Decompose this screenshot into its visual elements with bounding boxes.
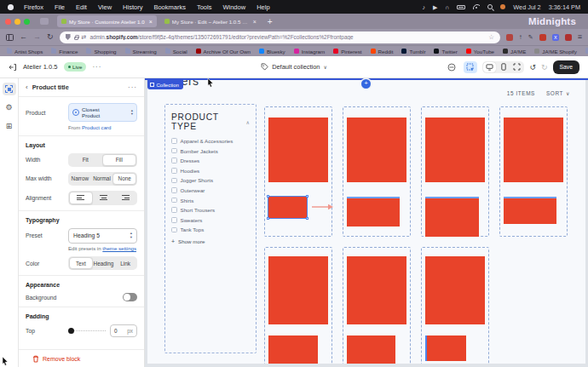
music-icon[interactable]: ♪ xyxy=(422,4,425,10)
wifi-icon[interactable] xyxy=(473,4,480,9)
tracking-shield-icon[interactable] xyxy=(66,34,71,40)
inspector-toggle[interactable] xyxy=(464,61,477,73)
tab-close-icon[interactable]: × xyxy=(149,19,153,25)
bookmark-item[interactable]: Pinterest xyxy=(333,49,361,54)
mobile-view-button[interactable] xyxy=(497,62,510,72)
filter-option[interactable]: Jogger Shorts xyxy=(171,177,250,183)
product-card-link[interactable]: Product card xyxy=(82,124,112,130)
tab-close-icon[interactable]: × xyxy=(253,19,257,25)
filter-option[interactable]: Sweaters xyxy=(171,217,250,223)
bookmark-item[interactable]: Bluesky xyxy=(259,49,285,54)
bookmark-item[interactable]: Tumblr xyxy=(401,49,425,54)
bookmark-item[interactable]: Finance xyxy=(51,49,78,54)
segment-option[interactable]: Heading xyxy=(93,257,115,269)
share-icon[interactable]: ↑ xyxy=(519,34,522,41)
menubar-item[interactable]: Bookmarks xyxy=(153,3,186,11)
sections-tab[interactable] xyxy=(3,83,16,95)
background-toggle[interactable] xyxy=(123,293,137,301)
segment-option[interactable]: Link xyxy=(114,257,136,269)
bookmark-item[interactable]: JA!ME xyxy=(503,49,526,54)
extension-icon-3[interactable]: X xyxy=(552,34,559,41)
checkbox[interactable] xyxy=(171,168,177,174)
checkbox[interactable] xyxy=(171,217,177,223)
filter-option[interactable]: Short Trousers xyxy=(171,207,250,213)
extension-icon-4[interactable] xyxy=(565,34,572,41)
redo-button[interactable]: ↻ xyxy=(541,63,548,72)
url-bar[interactable]: ⇄ admin.shopify.com/store/f9fj5z-4g/them… xyxy=(60,32,500,43)
desktop-view-button[interactable] xyxy=(483,62,496,72)
checkbox[interactable] xyxy=(171,198,177,204)
checkbox[interactable] xyxy=(171,138,177,144)
app-embeds-icon[interactable] xyxy=(445,61,458,73)
segment-option[interactable]: Narrow xyxy=(69,173,91,185)
menubar-date[interactable]: Wed Jul 2 xyxy=(513,3,540,11)
padding-top-slider[interactable] xyxy=(68,328,106,335)
menubar-time[interactable]: 3:36:14 PM xyxy=(549,3,580,11)
filter-option[interactable]: Shirts xyxy=(171,198,250,204)
edit-extension-icon[interactable]: ✎ xyxy=(528,34,533,40)
product-title-block[interactable] xyxy=(347,197,400,227)
product-card[interactable] xyxy=(421,247,489,364)
product-card[interactable] xyxy=(264,106,332,237)
bookmark-item[interactable]: Reddit xyxy=(371,49,394,54)
minimize-window-button[interactable] xyxy=(14,19,20,25)
menubar-item[interactable]: File xyxy=(55,3,65,11)
product-image-placeholder[interactable] xyxy=(268,118,328,182)
menubar-app-icon[interactable] xyxy=(500,4,505,9)
fullscreen-button[interactable] xyxy=(510,62,523,72)
headphones-icon[interactable]: ∩ xyxy=(445,4,449,10)
product-image-placeholder[interactable] xyxy=(425,118,485,182)
segment-option[interactable]: Fill xyxy=(102,154,137,166)
bookmark-item[interactable]: Shopping xyxy=(86,49,116,54)
extension-icon-1[interactable] xyxy=(506,34,513,41)
play-status-icon[interactable]: ▶ xyxy=(433,4,437,10)
product-title-block[interactable] xyxy=(425,197,479,237)
padding-top-input[interactable]: 0 px xyxy=(110,324,137,337)
product-title-block[interactable] xyxy=(268,335,318,364)
bookmark-item[interactable]: Instagram xyxy=(294,49,326,54)
menubar-item[interactable]: History xyxy=(123,3,142,11)
theme-settings-tab[interactable]: ⚙ xyxy=(3,101,16,114)
bookmark-item[interactable]: Social xyxy=(165,49,187,54)
menubar-item[interactable]: Firefox xyxy=(24,3,43,11)
checkbox[interactable] xyxy=(171,148,177,154)
theme-settings-link[interactable]: theme settings xyxy=(102,245,136,251)
theme-more-button[interactable]: ··· xyxy=(92,63,101,71)
slider-knob[interactable] xyxy=(68,328,74,334)
segment-option[interactable]: Normal xyxy=(91,173,113,185)
segment-option[interactable]: Fit xyxy=(69,154,102,166)
bookmark-item[interactable]: Twitter xyxy=(434,49,457,54)
show-more-button[interactable]: + Show more xyxy=(171,238,250,244)
align-left-button[interactable] xyxy=(69,192,93,204)
checkbox[interactable] xyxy=(171,158,177,163)
lock-icon[interactable] xyxy=(74,37,78,40)
zoom-window-button[interactable] xyxy=(24,19,30,25)
add-section-button[interactable]: + xyxy=(361,79,371,89)
screenshot-icon[interactable] xyxy=(40,18,49,25)
page-selector[interactable]: Default collection ∨ xyxy=(261,63,327,71)
section-tag[interactable]: Collection xyxy=(147,80,183,89)
menu-icon[interactable]: ≡ xyxy=(578,33,582,41)
exit-editor-icon[interactable] xyxy=(9,63,17,72)
filter-option[interactable]: Tank Tops xyxy=(171,227,250,232)
product-card[interactable] xyxy=(421,106,489,237)
checkbox[interactable] xyxy=(171,227,177,233)
battery-icon[interactable] xyxy=(457,5,465,9)
product-card[interactable] xyxy=(264,247,332,364)
reload-button[interactable]: ↻ xyxy=(47,33,54,41)
align-center-button[interactable] xyxy=(93,192,115,204)
menubar-item[interactable]: Help xyxy=(257,3,269,11)
url-text[interactable]: admin.shopify.com/store/f9fj5z-4g/themes… xyxy=(89,34,485,40)
block-more-button[interactable]: ··· xyxy=(128,83,137,91)
undo-button[interactable]: ↺ xyxy=(529,63,536,72)
filter-option[interactable]: Bomber Jackets xyxy=(171,148,250,154)
menubar-item[interactable]: Edit xyxy=(76,3,87,11)
remove-block-button[interactable]: Remove block xyxy=(19,349,144,367)
product-image-placeholder[interactable] xyxy=(425,256,485,324)
filter-panel-block[interactable]: PRODUCT TYPE ∧ Apparel & Accessories Bom… xyxy=(164,104,257,353)
sort-control[interactable]: SORT ∨ xyxy=(546,90,570,96)
product-card[interactable] xyxy=(499,106,568,237)
filter-option[interactable]: Hoodies xyxy=(171,168,250,174)
new-tab-button[interactable]: + xyxy=(268,17,273,26)
product-card[interactable] xyxy=(343,247,411,364)
